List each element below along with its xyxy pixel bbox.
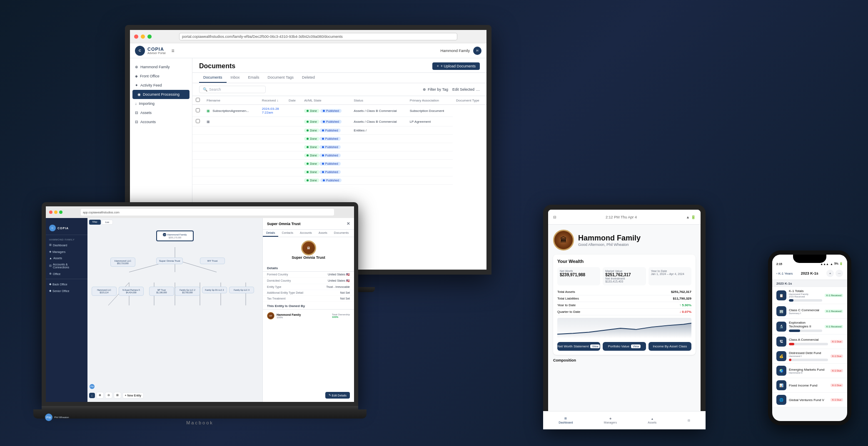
- modal-tab-documents[interactable]: Documents: [331, 230, 352, 237]
- phone-list-item[interactable]: 🏢 Class C Commercial Summary I K-1 Recei…: [772, 304, 847, 319]
- sidebar-item-front-office[interactable]: ◈ Front Office: [130, 72, 192, 81]
- modal-tab-details[interactable]: Details: [263, 230, 278, 237]
- phone-add-button[interactable]: +: [826, 270, 834, 277]
- laptop-sidebar-assets[interactable]: ▲ Assets: [46, 255, 87, 261]
- phone-list-item[interactable]: 📋 K-1 Totals Hammond Family 2/15 Receive…: [772, 287, 847, 304]
- org-node-l2-3[interactable]: MT Trust $1,190,000: [149, 287, 174, 296]
- phone-section-title: 2023 K-1s: [772, 280, 847, 287]
- phone-list-item[interactable]: 🌏 Emerging Markets Fund Hammond II K-1 D…: [772, 364, 847, 378]
- laptop-close-dot[interactable]: [49, 211, 52, 214]
- tablet-tab-managers[interactable]: ◈ Managers: [604, 417, 617, 424]
- income-asset-class-button[interactable]: Income By Asset Class: [649, 342, 691, 351]
- sidebar-item-importing[interactable]: ↓ Importing: [130, 99, 192, 108]
- row-checkbox[interactable]: [196, 119, 200, 123]
- sidebar-item-activity-feed[interactable]: ✦ Activity Feed: [130, 81, 192, 90]
- table-row[interactable]: Done Published: [192, 176, 486, 185]
- modal-tab-contacts[interactable]: Contacts: [278, 230, 297, 237]
- add-entity-button[interactable]: + New Entity: [122, 392, 144, 399]
- sidebar-item-assets[interactable]: ⊟ Assets: [130, 108, 192, 117]
- org-node-l2-2[interactable]: N Asset Partners 5 $4,414,000: [119, 287, 144, 296]
- fit-icon[interactable]: ⊞: [114, 392, 121, 399]
- modal-tab-accounts[interactable]: Accounts: [297, 230, 315, 237]
- filter-button[interactable]: ⊕ Filter by Tag: [423, 87, 448, 92]
- table-row[interactable]: DonePublished: [192, 135, 486, 143]
- sidebar-item-accounts[interactable]: ⊟ Accounts: [130, 117, 192, 126]
- laptop-maximize-dot[interactable]: [59, 211, 62, 214]
- org-node-l1-3[interactable]: WY Trust: [200, 258, 225, 264]
- sidebar-item-hammond-family[interactable]: ⊕ Hammond Family: [130, 62, 192, 72]
- col-received[interactable]: Received ↓: [259, 96, 285, 105]
- modal-tab-assets[interactable]: Assets: [315, 230, 331, 237]
- list-tab[interactable]: List: [102, 220, 113, 225]
- tab-deleted[interactable]: Deleted: [298, 73, 319, 83]
- table-row[interactable]: ▦ Done Published Assets / Class B Commer…: [192, 117, 486, 126]
- sidebar-item-document-processing[interactable]: ◉ Document Processing: [132, 90, 190, 99]
- phone-list-item[interactable]: 🔬 Exploration Technologies II K-1 Receiv…: [772, 319, 847, 334]
- laptop-app: app.copiawealthstudios.com C COPIA HAMMO…: [46, 206, 354, 402]
- edit-details-button[interactable]: ✎ Edit Details: [325, 392, 350, 399]
- owner-pct: 100%: [277, 316, 301, 319]
- view-toggle: Map List: [89, 220, 113, 225]
- ytd-range: Jan 1, 2024 – Apr 4, 2024: [651, 273, 689, 275]
- senior-office-icon: ◆: [49, 289, 51, 292]
- tab-inbox[interactable]: Inbox: [227, 73, 244, 83]
- tablet-tab-assets[interactable]: ▲ Assets: [648, 417, 656, 424]
- table-row[interactable]: DonePublished: [192, 143, 486, 151]
- org-node-l2-6[interactable]: Family Gp LLC 3: [229, 287, 254, 293]
- phone-list-item[interactable]: 💰 Distressed Debt Fund Hammond I K-1 Due: [772, 349, 847, 364]
- phone-list-item[interactable]: 🌐 Global Ventures Fund V K-1 Due: [772, 393, 847, 407]
- laptop-sidebar-back-office[interactable]: ◆ Back Office: [46, 281, 87, 287]
- tab-document-tags[interactable]: Document Tags: [264, 73, 298, 83]
- net-worth-statement-button[interactable]: Net Worth Statement View: [557, 342, 600, 351]
- select-all-checkbox[interactable]: [196, 98, 200, 102]
- row-checkbox[interactable]: [196, 108, 200, 112]
- edit-selected-button[interactable]: Edit Selected …: [452, 87, 480, 92]
- search-placeholder: Search: [209, 87, 221, 92]
- laptop-sidebar-dashboard[interactable]: ⊞ Dashboard: [46, 242, 87, 248]
- portfolio-value-button[interactable]: Portfolio Value View: [603, 342, 646, 351]
- map-tab[interactable]: Map: [89, 220, 101, 225]
- laptop-url-bar[interactable]: app.copiawealthstudios.com: [81, 209, 334, 216]
- tab-emails[interactable]: Emails: [244, 73, 264, 83]
- laptop-sidebar-accounts[interactable]: ⊟ Accounts & Connections: [46, 261, 87, 270]
- modal-close-icon[interactable]: ✕: [347, 221, 350, 226]
- table-row[interactable]: DonePublished Entities /: [192, 126, 486, 135]
- search-input[interactable]: 🔍 Search: [199, 86, 266, 93]
- phone-more-button[interactable]: ···: [836, 270, 843, 277]
- org-root-node[interactable]: HF Hammond Family $255,170,000: [156, 230, 194, 241]
- wealth-title: Your Wealth: [557, 259, 691, 264]
- zoom-in-icon[interactable]: ⊕: [96, 392, 104, 399]
- phone-back-button[interactable]: ‹ K-1 Years: [776, 272, 793, 275]
- tab-documents[interactable]: Documents: [199, 73, 227, 83]
- minimize-dot[interactable]: [141, 35, 145, 39]
- laptop-minimize-dot[interactable]: [54, 211, 57, 214]
- phone-list-item[interactable]: 📊 Fixed Income Fund K-1 Due: [772, 378, 847, 393]
- navigate-icon[interactable]: ↕: [89, 393, 95, 398]
- zoom-out-icon[interactable]: ⊖: [105, 392, 112, 399]
- menu-icon[interactable]: ≡: [172, 48, 175, 54]
- maximize-dot[interactable]: [147, 35, 152, 39]
- laptop-sidebar-managers[interactable]: ◈ Managers: [46, 248, 87, 255]
- url-bar[interactable]: portal.copiawealthstudios.com/family-ef9…: [179, 33, 457, 40]
- table-row[interactable]: DonePublished: [192, 160, 486, 168]
- laptop-sidebar-office[interactable]: ⊕ Office: [46, 270, 87, 277]
- org-node-l2-1[interactable]: Hammond LLC $215,114: [92, 287, 117, 296]
- tablet-tab-dashboard[interactable]: ⊞ Dashboard: [559, 417, 573, 424]
- org-node-l1-2[interactable]: Super Omnia Trust: [156, 258, 183, 264]
- total-pct: 100%: [332, 316, 350, 318]
- close-dot[interactable]: [134, 35, 138, 39]
- laptop-browser-chrome: app.copiawealthstudios.com: [46, 206, 354, 218]
- mini-chart-svg: [557, 318, 691, 339]
- upload-button[interactable]: + + Upload Documents: [432, 62, 480, 70]
- item-icon-3: 🏗: [776, 337, 786, 347]
- laptop-sidebar-senior-office[interactable]: ◆ Senior Office: [46, 287, 87, 294]
- table-row[interactable]: DonePublished: [192, 168, 486, 176]
- org-node-l2-5[interactable]: Family Gp D1 LLC 2: [202, 287, 227, 293]
- table-row[interactable]: DonePublished: [192, 151, 486, 160]
- org-node-l2-4[interactable]: Family Gp LLC 2 $3,700,000: [175, 287, 200, 296]
- badge-7: K-1 Due: [831, 398, 843, 401]
- phone-list-item[interactable]: 🏗 Class A Commercial K-1 Due: [772, 334, 847, 349]
- org-node-l1-1[interactable]: Hammond LLC $52,710,000: [110, 258, 135, 267]
- table-row[interactable]: ▦ SubscriptionAgreemen... 2024-03-28 7:2…: [192, 105, 486, 117]
- tablet-tab-more[interactable]: ⊟: [688, 419, 690, 422]
